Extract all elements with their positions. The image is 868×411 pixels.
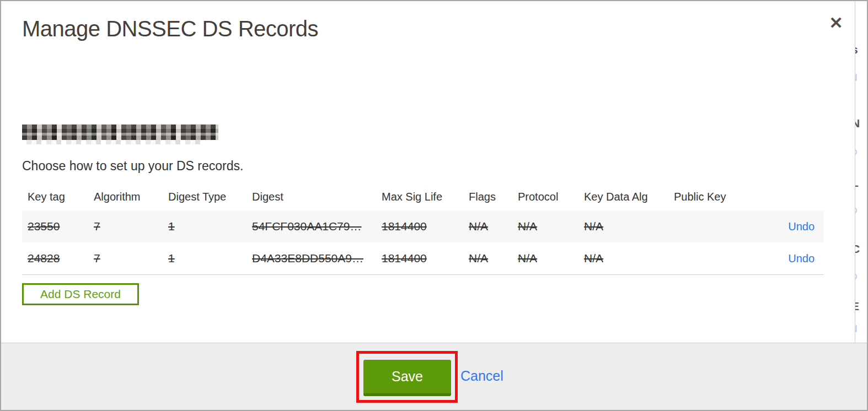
add-ds-record-button[interactable]: Add DS Record bbox=[22, 283, 139, 305]
col-header-digest-type: Digest Type bbox=[163, 183, 247, 210]
col-header-algorithm: Algorithm bbox=[88, 183, 163, 210]
col-header-flags: Flags bbox=[463, 183, 512, 210]
bg-text-fragment: o bbox=[855, 204, 858, 216]
cell-action: Undo bbox=[751, 242, 824, 274]
bg-text-fragment: d bbox=[855, 72, 858, 84]
cell-flags: N/A bbox=[463, 242, 512, 274]
cell-flags: N/A bbox=[463, 210, 512, 242]
bg-text-fragment: N bbox=[855, 117, 860, 130]
cell-protocol: N/A bbox=[512, 210, 578, 242]
bg-text-fragment: C bbox=[855, 242, 860, 256]
page-title: Manage DNSSEC DS Records bbox=[22, 17, 318, 41]
table-row: 23550 7 1 54FCF030AA1C79… 1814400 N/A N/… bbox=[22, 210, 824, 242]
cell-public-key bbox=[668, 210, 751, 242]
save-button[interactable]: Save bbox=[363, 360, 451, 396]
cell-algorithm: 7 bbox=[88, 242, 163, 274]
bg-text-fragment: E bbox=[855, 300, 859, 313]
col-header-digest: Digest bbox=[247, 183, 376, 210]
bg-text-fragment: L bbox=[855, 176, 859, 190]
undo-link[interactable]: Undo bbox=[788, 252, 815, 264]
cell-algorithm: 7 bbox=[88, 210, 163, 242]
table-header-row: Key tag Algorithm Digest Type Digest Max… bbox=[22, 183, 824, 210]
cell-action: Undo bbox=[751, 210, 824, 242]
cell-key-data-alg: N/A bbox=[578, 210, 668, 242]
cancel-link[interactable]: Cancel bbox=[460, 368, 503, 384]
cell-public-key bbox=[668, 242, 751, 274]
col-header-protocol: Protocol bbox=[512, 183, 578, 210]
ds-records-table: Key tag Algorithm Digest Type Digest Max… bbox=[22, 183, 824, 275]
bg-text-fragment: o bbox=[855, 270, 858, 282]
col-header-action bbox=[751, 183, 824, 210]
cell-key-tag: 24828 bbox=[22, 242, 88, 274]
table-row: 24828 7 1 D4A33E8DD550A9… 1814400 N/A N/… bbox=[22, 242, 824, 274]
bg-text-fragment: o bbox=[855, 145, 858, 158]
modal-footer: Save Cancel bbox=[1, 343, 867, 410]
redacted-domain-name bbox=[22, 125, 218, 140]
col-header-key-tag: Key tag bbox=[22, 183, 88, 210]
bg-text-fragment: d bbox=[855, 323, 858, 335]
col-header-key-data-alg: Key Data Alg bbox=[578, 183, 668, 210]
col-header-max-sig-life: Max Sig Life bbox=[376, 183, 463, 210]
cell-digest-type: 1 bbox=[163, 242, 247, 274]
cell-digest: D4A33E8DD550A9… bbox=[247, 242, 376, 274]
cell-digest: 54FCF030AA1C79… bbox=[247, 210, 376, 242]
undo-link[interactable]: Undo bbox=[788, 220, 815, 232]
cell-max-sig-life: 1814400 bbox=[376, 242, 463, 274]
cell-protocol: N/A bbox=[512, 242, 578, 274]
cell-key-tag: 23550 bbox=[22, 210, 88, 242]
close-icon[interactable]: ✕ bbox=[825, 12, 847, 34]
cell-digest-type: 1 bbox=[163, 210, 247, 242]
intro-text: Choose how to set up your DS records. bbox=[22, 159, 243, 174]
bg-text-fragment: s bbox=[855, 43, 858, 56]
col-header-public-key: Public Key bbox=[668, 183, 751, 210]
background-page-strip: sdNoLoCoEd bbox=[855, 1, 867, 343]
cell-max-sig-life: 1814400 bbox=[376, 210, 463, 242]
cell-key-data-alg: N/A bbox=[578, 242, 668, 274]
dnssec-modal-window: Manage DNSSEC DS Records ✕ Choose how to… bbox=[0, 0, 868, 411]
